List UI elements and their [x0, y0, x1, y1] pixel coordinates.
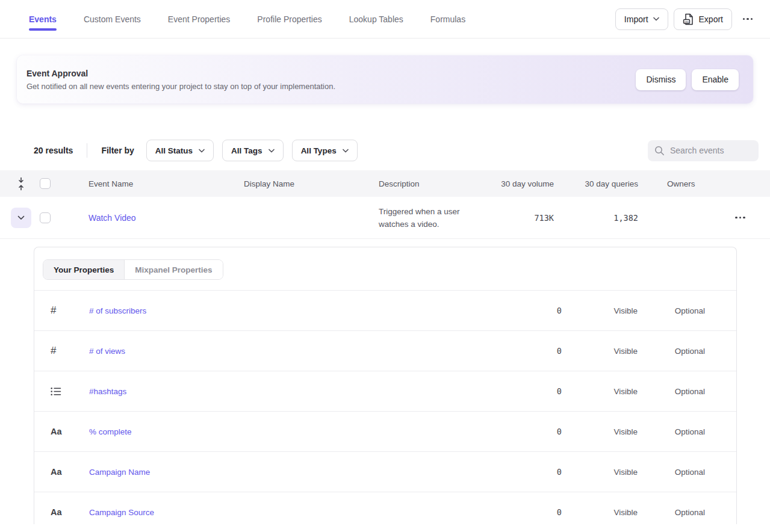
tab-lookup-tables[interactable]: Lookup Tables — [349, 0, 403, 39]
divider — [87, 143, 87, 158]
property-visibility: Visible — [562, 306, 638, 315]
property-name-link[interactable]: Campaign Source — [89, 508, 154, 517]
svg-text:csv: csv — [684, 19, 689, 23]
event-description: Triggered when a user watches a video. — [379, 205, 484, 230]
banner-description: Get notified on all new events entering … — [26, 82, 335, 91]
property-requirement: Optional — [638, 306, 705, 315]
collapse-all-button[interactable] — [11, 173, 31, 194]
select-all-checkbox[interactable] — [40, 178, 51, 189]
property-visibility: Visible — [562, 387, 638, 396]
event-volume: 713K — [494, 213, 554, 223]
number-property-icon: # — [51, 345, 56, 357]
banner-title: Event Approval — [26, 69, 335, 78]
property-requirement: Optional — [638, 347, 705, 356]
tab-custom-events[interactable]: Custom Events — [84, 0, 141, 39]
row-checkbox[interactable] — [40, 212, 51, 223]
import-button[interactable]: Import — [615, 8, 668, 30]
property-volume: 0 — [489, 346, 562, 356]
property-name-link[interactable]: Campaign Name — [89, 468, 150, 477]
tags-filter-dropdown[interactable]: All Tags — [222, 140, 284, 161]
text-property-icon: Aa — [51, 427, 62, 436]
column-description: Description — [379, 179, 494, 188]
chevron-down-icon — [653, 17, 659, 21]
property-volume: 0 — [489, 467, 562, 477]
text-property-icon: Aa — [51, 507, 62, 517]
chevron-down-icon — [199, 149, 205, 153]
ellipsis-icon — [743, 18, 753, 20]
properties-tabs-bar: Your Properties Mixpanel Properties — [34, 247, 736, 290]
property-name-link[interactable]: #hashtags — [89, 387, 126, 396]
export-label: Export — [699, 14, 723, 24]
property-requirement: Optional — [638, 387, 705, 396]
overflow-menu-button[interactable] — [737, 8, 758, 30]
results-count: 20 results — [34, 146, 73, 155]
event-name-link[interactable]: Watch Video — [88, 213, 136, 223]
property-visibility: Visible — [562, 347, 638, 356]
tab-mixpanel-properties[interactable]: Mixpanel Properties — [124, 260, 222, 279]
chevron-down-icon — [343, 149, 349, 153]
nav-tabs: Events Custom Events Event Properties Pr… — [29, 0, 465, 39]
ellipsis-icon — [735, 217, 745, 219]
property-volume: 0 — [489, 427, 562, 436]
property-row: #hashtags 0 Visible Optional — [34, 371, 736, 411]
property-volume: 0 — [489, 507, 562, 517]
status-filter-label: All Status — [155, 146, 193, 155]
property-name-link[interactable]: # of subscribers — [89, 306, 146, 315]
column-display-name: Display Name — [244, 179, 379, 188]
property-row: Aa % complete 0 Visible Optional — [34, 411, 736, 451]
top-navigation: Events Custom Events Event Properties Pr… — [0, 0, 770, 39]
events-table-header: Event Name Display Name Description 30 d… — [0, 170, 770, 197]
tab-events[interactable]: Events — [29, 0, 57, 39]
number-property-icon: # — [51, 305, 56, 317]
property-volume: 0 — [489, 306, 562, 315]
csv-file-icon: csv — [683, 13, 694, 25]
property-visibility: Visible — [562, 508, 638, 517]
dismiss-button[interactable]: Dismiss — [636, 69, 686, 90]
properties-tab-group: Your Properties Mixpanel Properties — [43, 259, 223, 280]
filter-bar: 20 results Filter by All Status All Tags… — [34, 140, 759, 161]
column-30-day-volume: 30 day volume — [494, 179, 554, 188]
tab-profile-properties[interactable]: Profile Properties — [257, 0, 321, 39]
tags-filter-label: All Tags — [231, 146, 262, 155]
list-property-icon — [51, 387, 61, 396]
property-row: # # of views 0 Visible Optional — [34, 330, 736, 371]
event-approval-banner: Event Approval Get notified on all new e… — [17, 55, 753, 104]
property-requirement: Optional — [638, 468, 705, 477]
filter-by-label: Filter by — [101, 146, 134, 155]
property-row: # # of subscribers 0 Visible Optional — [34, 290, 736, 330]
banner-actions: Dismiss Enable — [636, 69, 739, 90]
property-visibility: Visible — [562, 468, 638, 477]
chevron-down-icon — [269, 149, 275, 153]
property-volume: 0 — [489, 386, 562, 396]
tab-event-properties[interactable]: Event Properties — [168, 0, 231, 39]
enable-button[interactable]: Enable — [692, 69, 739, 90]
tab-your-properties[interactable]: Your Properties — [43, 260, 124, 279]
status-filter-dropdown[interactable]: All Status — [146, 140, 214, 161]
property-row: Aa Campaign Name 0 Visible Optional — [34, 451, 736, 492]
row-overflow-menu-button[interactable] — [730, 207, 751, 229]
column-30-day-queries: 30 day queries — [554, 179, 638, 188]
export-button[interactable]: csv Export — [674, 8, 732, 30]
property-requirement: Optional — [638, 508, 705, 517]
search-box — [648, 140, 759, 161]
types-filter-label: All Types — [301, 146, 337, 155]
event-queries: 1,382 — [554, 213, 638, 223]
import-label: Import — [624, 14, 648, 24]
properties-panel: Your Properties Mixpanel Properties # # … — [34, 247, 737, 524]
column-event-name: Event Name — [64, 179, 244, 188]
property-row: Aa Campaign Source 0 Visible Optional — [34, 492, 736, 524]
chevron-down-icon — [17, 215, 25, 220]
nav-actions: Import csv Export — [615, 8, 758, 30]
text-property-icon: Aa — [51, 467, 62, 477]
event-row-watch-video: Watch Video Triggered when a user watche… — [0, 197, 770, 239]
collapse-all-icon — [17, 177, 25, 191]
tab-formulas[interactable]: Formulas — [430, 0, 465, 39]
banner-text: Event Approval Get notified on all new e… — [26, 69, 335, 91]
property-visibility: Visible — [562, 427, 638, 436]
collapse-row-button[interactable] — [11, 208, 31, 228]
search-icon — [654, 146, 665, 156]
property-name-link[interactable]: # of views — [89, 347, 125, 356]
search-input[interactable] — [670, 146, 752, 155]
property-name-link[interactable]: % complete — [89, 427, 132, 436]
types-filter-dropdown[interactable]: All Types — [292, 140, 358, 161]
